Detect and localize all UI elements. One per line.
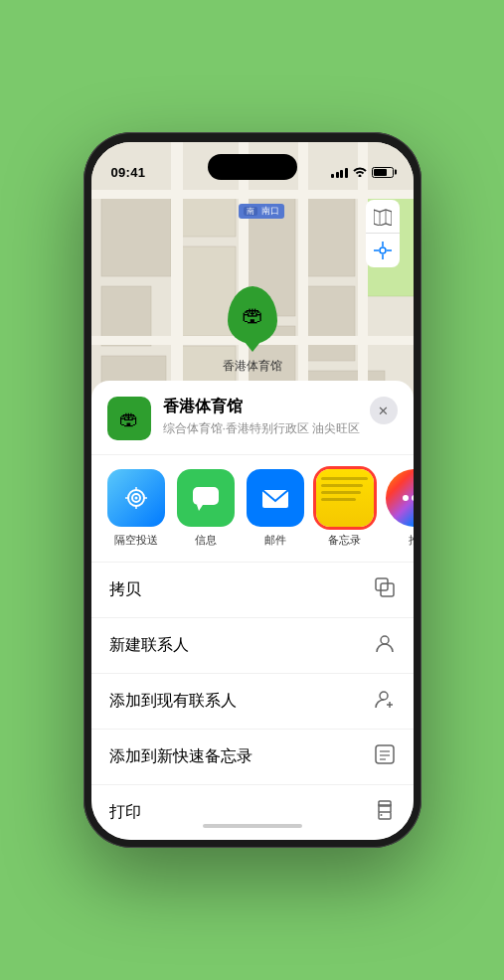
notes-label: 备忘录 <box>328 533 361 548</box>
stadium-marker[interactable]: 🏟 香港体育馆 <box>223 286 282 375</box>
action-print[interactable]: 打印 <box>91 785 414 840</box>
add-existing-label: 添加到现有联系人 <box>109 691 237 712</box>
svg-point-39 <box>380 692 388 700</box>
venue-header: 🏟 香港体育馆 综合体育馆·香港特别行政区 油尖旺区 ✕ <box>91 397 414 455</box>
svg-point-38 <box>381 636 389 644</box>
svg-rect-1 <box>101 197 171 276</box>
action-copy[interactable]: 拷贝 <box>91 563 414 618</box>
signal-bars-icon <box>331 167 348 178</box>
quick-note-label: 添加到新快速备忘录 <box>109 746 252 767</box>
wifi-icon <box>353 166 367 179</box>
copy-icon <box>374 576 396 603</box>
close-button[interactable]: ✕ <box>370 397 398 424</box>
signal-bar-2 <box>336 172 339 178</box>
svg-point-21 <box>380 247 386 253</box>
svg-point-48 <box>380 814 382 816</box>
share-item-notes[interactable]: 备忘录 <box>316 469 374 548</box>
marker-label: 香港体育馆 <box>223 358 282 375</box>
svg-rect-47 <box>379 801 391 806</box>
share-item-messages[interactable]: 信息 <box>177 469 235 548</box>
messages-label: 信息 <box>195 533 217 548</box>
airdrop-icon <box>107 469 165 527</box>
messages-icon <box>177 469 235 527</box>
new-contact-label: 新建联系人 <box>109 635 189 656</box>
bottom-sheet: 🏟 香港体育馆 综合体育馆·香港特别行政区 油尖旺区 ✕ 隔空投送 <box>91 381 414 840</box>
action-list: 拷贝 新建联系人 添加到现有联系人 <box>91 563 414 840</box>
share-row: 隔空投送 信息 邮件 <box>91 455 414 563</box>
notes-icon <box>316 469 374 527</box>
map-controls <box>366 200 400 267</box>
more-icon <box>386 469 414 527</box>
svg-point-28 <box>134 497 137 500</box>
map-style-button[interactable] <box>366 200 400 234</box>
copy-label: 拷贝 <box>109 579 141 600</box>
signal-bar-1 <box>331 174 334 178</box>
svg-rect-33 <box>193 487 219 505</box>
venue-icon: 🏟 <box>107 397 151 440</box>
status-icons <box>331 166 394 179</box>
map-south-label: 南 南口 <box>239 204 285 219</box>
svg-rect-9 <box>305 286 355 361</box>
phone-screen: 09:41 <box>91 142 414 840</box>
phone-frame: 09:41 <box>84 132 421 848</box>
action-quick-note[interactable]: 添加到新快速备忘录 <box>91 730 414 785</box>
share-item-mail[interactable]: 邮件 <box>247 469 304 548</box>
share-item-more[interactable]: 推 <box>386 469 414 548</box>
airdrop-label: 隔空投送 <box>114 533 158 548</box>
venue-info: 香港体育馆 综合体育馆·香港特别行政区 油尖旺区 <box>163 397 370 437</box>
more-label: 推 <box>409 533 414 548</box>
location-button[interactable] <box>366 234 400 267</box>
south-prefix: 南 <box>244 207 257 216</box>
new-contact-icon <box>374 632 396 659</box>
add-existing-icon <box>374 688 396 715</box>
share-item-airdrop[interactable]: 隔空投送 <box>107 469 165 548</box>
svg-rect-42 <box>376 745 394 763</box>
svg-rect-8 <box>305 197 355 276</box>
marker-pin: 🏟 <box>228 286 277 344</box>
print-icon <box>374 799 396 826</box>
svg-rect-4 <box>181 197 236 237</box>
home-indicator <box>203 824 302 828</box>
status-time: 09:41 <box>111 165 146 180</box>
battery-icon <box>372 167 394 178</box>
signal-bar-4 <box>345 168 348 178</box>
mail-icon <box>247 469 304 527</box>
mail-label: 邮件 <box>264 533 286 548</box>
dynamic-island <box>208 154 297 180</box>
action-add-existing[interactable]: 添加到现有联系人 <box>91 674 414 730</box>
print-label: 打印 <box>109 802 141 823</box>
signal-bar-3 <box>340 170 343 178</box>
svg-marker-34 <box>197 505 203 511</box>
stadium-icon: 🏟 <box>242 302 263 328</box>
quick-note-icon <box>374 743 396 770</box>
action-new-contact[interactable]: 新建联系人 <box>91 618 414 674</box>
venue-address: 综合体育馆·香港特别行政区 油尖旺区 <box>163 420 370 437</box>
venue-name: 香港体育馆 <box>163 397 370 417</box>
